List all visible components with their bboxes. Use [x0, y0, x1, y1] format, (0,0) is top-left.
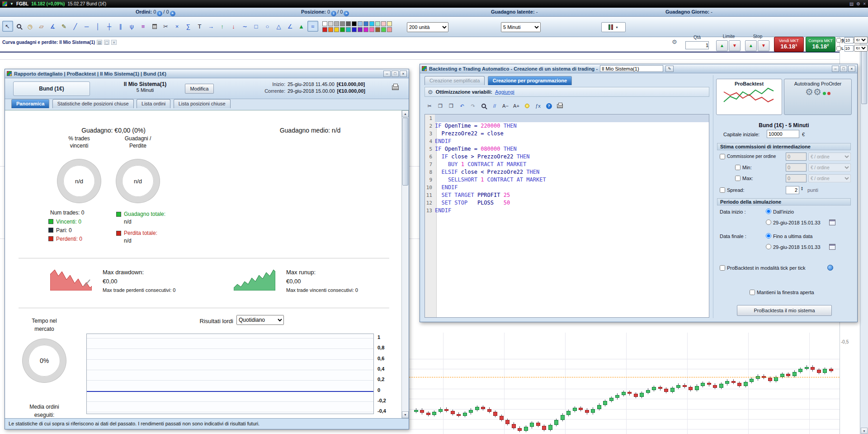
hint-icon[interactable]	[522, 101, 532, 110]
color-swatch[interactable]	[346, 27, 351, 32]
color-swatch[interactable]	[369, 21, 374, 26]
limit-checkbox[interactable]	[836, 46, 841, 51]
min-unit-select[interactable]: € / ordine	[808, 163, 851, 172]
code-line[interactable]: 1	[425, 114, 709, 122]
quantity-input[interactable]	[685, 41, 709, 49]
pitchfork-tool[interactable]: ψ	[127, 21, 137, 32]
sell-stop-button[interactable]: ▼	[758, 40, 769, 51]
area-chart-tool[interactable]: ▲	[296, 21, 307, 32]
code-line[interactable]: 2IF OpenTime = 220000 THEN	[425, 122, 709, 130]
color-swatch[interactable]	[334, 27, 339, 32]
print-icon[interactable]	[555, 101, 565, 110]
color-swatch[interactable]	[346, 21, 351, 26]
eraser-tool[interactable]: ▱	[36, 21, 47, 32]
orders-lock-icon[interactable]: +	[170, 11, 175, 16]
add-variable-link[interactable]: Aggiungi	[495, 89, 514, 95]
trash-tool[interactable]	[149, 21, 160, 32]
stop-checkbox[interactable]	[836, 38, 841, 43]
undo-icon[interactable]: ↶	[457, 101, 467, 110]
angle-tool[interactable]: ∠	[285, 21, 296, 32]
modify-button[interactable]: Modifica	[185, 84, 214, 94]
stats-tool[interactable]: ∑	[183, 21, 194, 32]
font-decrease-icon[interactable]: A−	[500, 101, 510, 110]
color-swatch[interactable]	[328, 27, 333, 32]
color-swatch[interactable]	[363, 21, 368, 26]
font-increase-icon[interactable]: A+	[511, 101, 521, 110]
code-editor[interactable]: 12IF OpenTime = 220000 THEN3 PrezzoOre22…	[425, 114, 709, 318]
maximize-icon[interactable]: □	[392, 71, 399, 77]
calendar-icon[interactable]	[829, 219, 835, 225]
paste-icon[interactable]: ❒	[446, 101, 456, 110]
copy-icon[interactable]: ❐	[435, 101, 445, 110]
sell-market-button[interactable]: Vendi MKT 16.181	[774, 37, 804, 52]
gross-results-period-select[interactable]: Quotidiano	[236, 315, 284, 325]
alarm-tool[interactable]: ◷	[25, 21, 36, 32]
scrollbar-thumb[interactable]	[402, 118, 408, 186]
layout-grid-icon[interactable]: ▤	[849, 1, 854, 6]
code-line[interactable]: 12 SET STOP PLOSS 50	[425, 199, 709, 207]
color-swatch[interactable]	[352, 27, 357, 32]
cross-tool[interactable]: ┼	[104, 21, 115, 32]
detach-window-icon[interactable]: ▢	[104, 40, 109, 45]
color-swatch[interactable]	[358, 27, 363, 32]
code-line[interactable]: 6 IF close > PrezzoOre22 THEN	[425, 153, 709, 161]
line-chart-tool[interactable]: ≈	[307, 21, 318, 32]
instrument-box[interactable]: Bund (1€)	[13, 81, 90, 96]
ellipse-tool[interactable]: ○	[262, 21, 273, 32]
color-swatch[interactable]	[352, 21, 357, 26]
buy-market-button[interactable]: Compra MKT 16.182	[806, 37, 835, 52]
color-swatch[interactable]	[358, 21, 363, 26]
vertical-line-tool[interactable]: │	[93, 21, 104, 32]
end-date-radio[interactable]	[766, 244, 771, 249]
close-icon[interactable]: ×	[111, 40, 117, 45]
tab-simplified-creation[interactable]: Creazione semplificata	[425, 76, 485, 85]
trendline-tool[interactable]: ╱	[70, 21, 81, 32]
pointer-tool[interactable]: ↖	[2, 21, 13, 32]
code-line[interactable]: 3 PrezzoOre22 = close	[425, 130, 709, 138]
color-swatch[interactable]	[387, 21, 392, 26]
color-swatch[interactable]	[322, 27, 327, 32]
comment-icon[interactable]: //	[490, 101, 500, 110]
info-icon[interactable]: i	[331, 11, 336, 16]
code-line[interactable]: 5IF OpenTime = 080000 THEN	[425, 145, 709, 153]
color-swatch[interactable]	[334, 21, 339, 26]
color-swatch[interactable]	[375, 27, 380, 32]
order-settings-gear-icon[interactable]: ⚙	[672, 38, 677, 45]
fibonacci-tool[interactable]: ≡	[138, 21, 149, 32]
system-name-input[interactable]	[600, 65, 663, 72]
tick-by-tick-checkbox[interactable]	[720, 265, 725, 271]
text-tool[interactable]: T	[194, 21, 205, 32]
color-swatch[interactable]	[375, 21, 380, 26]
code-line[interactable]: 9 SELLSHORT 1 CONTRACT AT MARKET	[425, 176, 709, 184]
delete-cross-tool[interactable]: ×	[172, 21, 183, 32]
help-icon[interactable]: ?	[544, 101, 554, 110]
code-line[interactable]: 8 ELSIF close < PrezzoOre22 THEN	[425, 168, 709, 176]
tab-probacktest[interactable]: ProBacktest	[716, 79, 782, 115]
commission-checkbox[interactable]	[720, 154, 725, 159]
color-swatch[interactable]	[363, 27, 368, 32]
buy-stop-button[interactable]: ▲	[745, 40, 757, 51]
min-checkbox[interactable]	[735, 165, 741, 170]
report-scrollbar[interactable]: ▲ ▼	[401, 110, 409, 418]
color-swatch[interactable]	[340, 21, 345, 26]
timeframe-select[interactable]: 5 Minuti	[501, 22, 541, 32]
pin-icon[interactable]: ×	[863, 1, 866, 6]
tab-autotrading-proorder[interactable]: Autotrading ProOrder ⚙⚙	[784, 79, 852, 115]
sell-limit-button[interactable]: ▼	[729, 40, 741, 51]
max-checkbox[interactable]	[735, 176, 741, 181]
rename-icon[interactable]: ✎	[665, 66, 674, 72]
code-line[interactable]: 7 BUY 1 CONTRACT AT MARKET	[425, 161, 709, 168]
settings-gear-icon[interactable]: ⚙	[856, 1, 860, 6]
max-unit-select[interactable]: € / ordine	[808, 174, 851, 182]
stop-unit-select[interactable]: €/shr	[854, 37, 868, 43]
function-icon[interactable]: ƒx	[533, 101, 543, 110]
cut-icon[interactable]: ✂	[425, 101, 434, 110]
buy-limit-button[interactable]: ▲	[716, 40, 728, 51]
instrument-dropdown-arrow[interactable]: ▼	[10, 2, 14, 6]
color-swatch[interactable]	[381, 27, 386, 32]
initial-capital-input[interactable]	[767, 130, 799, 138]
scroll-up-icon[interactable]: ▲	[402, 110, 409, 117]
tab-panoramica[interactable]: Panoramica	[11, 99, 49, 108]
maximize-icon[interactable]: □	[840, 66, 847, 72]
scissors-tool[interactable]: ✂	[160, 21, 171, 32]
